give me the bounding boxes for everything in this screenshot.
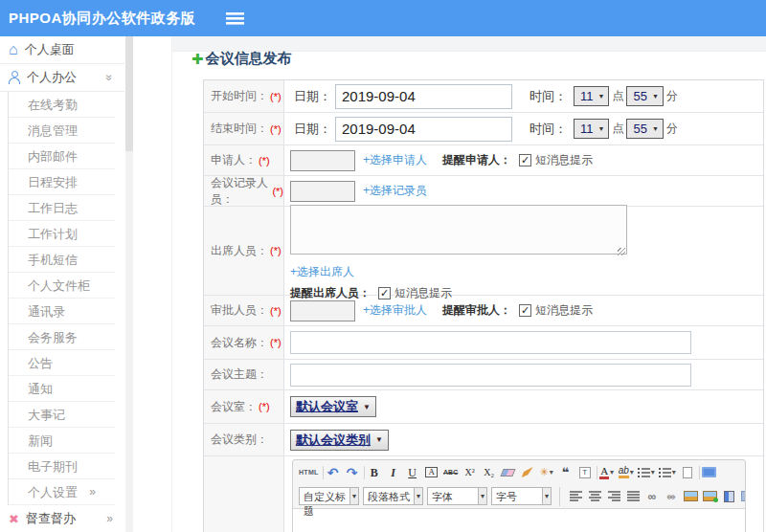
required-mark: (*)	[272, 186, 283, 197]
font-border-icon[interactable]: A	[423, 463, 440, 482]
applicant-input[interactable]	[290, 150, 355, 171]
start-date-input[interactable]	[335, 84, 512, 109]
underline-icon[interactable]: U	[404, 463, 421, 482]
italic-icon[interactable]: I	[385, 463, 402, 482]
choose-applicant-link[interactable]: +选择申请人	[363, 152, 427, 168]
sidebar-item-personal-office[interactable]: 个人办公 »	[0, 64, 124, 92]
required-mark: (*)	[270, 337, 282, 348]
custom-title-select[interactable]: 自定义标题	[299, 487, 359, 505]
sidebar-item-personal-cabinet[interactable]: 个人文件柜	[9, 273, 115, 299]
subscript-icon[interactable]: X₂	[481, 463, 498, 482]
start-minute-select[interactable]: 55	[626, 86, 663, 106]
insert-image-icon[interactable]	[701, 487, 718, 506]
meeting-room-select[interactable]: 默认会议室	[290, 396, 376, 417]
sidebar-item-mobile-sms[interactable]: 手机短信	[9, 247, 115, 273]
sidebar-item-schedule[interactable]: 日程安排	[9, 169, 115, 195]
eraser-icon[interactable]	[500, 463, 517, 482]
required-mark: (*)	[259, 155, 270, 166]
approver-sms-checkbox[interactable]	[519, 304, 531, 317]
row-approver: 审批人员： (*) +选择审批人 提醒审批人： 短消息提示	[204, 296, 763, 326]
unordered-list-icon[interactable]	[658, 463, 677, 482]
add-icon: ✚	[192, 51, 204, 68]
editor-toolbar-selects: 自定义标题 段落格式 字体	[297, 487, 553, 505]
sidebar-item-meeting-service[interactable]: 会务服务	[9, 324, 115, 350]
font-family-select[interactable]: 字体	[427, 487, 487, 505]
sidebar-submenu: 在线考勤 消息管理 内部邮件 日程安排	[8, 92, 124, 505]
approver-input[interactable]	[290, 300, 355, 321]
select-arrow-icon	[542, 488, 551, 504]
end-minute-select[interactable]: 55	[626, 119, 663, 139]
required-mark: (*)	[259, 401, 270, 412]
undo-icon[interactable]: ↶	[325, 463, 342, 482]
bold-icon[interactable]: B	[366, 463, 383, 482]
hamburger-icon[interactable]	[226, 12, 244, 25]
sidebar-item-online-attendance[interactable]: 在线考勤	[9, 92, 115, 118]
sidebar-item-supervision[interactable]: ✖ 督查督办 »	[0, 505, 124, 532]
row-editor: HTML ↶ ↷ B	[204, 456, 763, 532]
sidebar-item-announcement[interactable]: 公告	[9, 350, 115, 376]
image-icon[interactable]	[682, 487, 699, 506]
sidebar-item-personal-settings[interactable]: 个人设置 »	[9, 479, 115, 505]
select-arrow-icon	[414, 488, 422, 504]
choose-attendees-link[interactable]: +选择出席人	[290, 265, 354, 278]
meeting-category-select[interactable]: 默认会议类别	[290, 430, 389, 451]
superscript-icon[interactable]: X²	[462, 463, 479, 482]
start-hour-select[interactable]: 11	[574, 86, 609, 106]
editor-content-area[interactable]	[293, 508, 745, 532]
applicant-sms-checkbox[interactable]	[519, 154, 531, 166]
sidebar-item-contacts[interactable]: 通讯录	[9, 299, 115, 324]
select-arrow-icon	[349, 488, 358, 504]
editor-toolbar-row1: HTML ↶ ↷ B	[293, 460, 745, 484]
choose-recorder-link[interactable]: +选择记录员	[363, 183, 427, 199]
end-hour-select[interactable]: 11	[574, 119, 609, 139]
sidebar-item-memorabilia[interactable]: 大事记	[9, 402, 115, 428]
end-time-label: 结束时间：	[211, 121, 268, 137]
row-attendees: 出席人员： (*) +选择出席人 提醒出席人员： 短消息提示	[204, 207, 763, 296]
autotypeset-icon[interactable]: ✳	[538, 463, 555, 482]
sidebar-scrollbar[interactable]	[125, 36, 133, 532]
source-html-button[interactable]: HTML	[298, 463, 320, 482]
align-center-icon[interactable]	[586, 487, 603, 506]
user-icon	[9, 71, 20, 84]
sidebar-item-message-management[interactable]: 消息管理	[9, 118, 115, 144]
main-content: ✚ 会议信息发布 开始时间： (*) 日期： 时间： 11 点 55 分	[172, 36, 766, 532]
blockquote-icon[interactable]: ❝	[557, 463, 574, 482]
align-right-icon[interactable]	[605, 487, 622, 506]
date-label: 日期：	[294, 121, 331, 138]
sidebar-item-news[interactable]: 新闻	[9, 428, 115, 454]
unlink-icon[interactable]: ∞	[663, 487, 680, 506]
time-label: 时间：	[529, 121, 567, 138]
editor-toolbar-icons: ∞ ∞	[559, 487, 746, 506]
font-size-select[interactable]: 字号	[491, 487, 552, 505]
meeting-name-input[interactable]	[290, 331, 691, 354]
attendees-textarea[interactable]	[290, 205, 627, 255]
redo-icon[interactable]: ↷	[344, 463, 361, 482]
fullscreen-icon[interactable]	[701, 463, 718, 482]
paragraph-format-select[interactable]: 段落格式	[363, 487, 423, 505]
sidebar-scrollbar-thumb[interactable]	[125, 36, 133, 151]
media-icon[interactable]	[720, 487, 737, 506]
align-left-icon[interactable]	[567, 487, 584, 506]
font-color-icon[interactable]: A	[598, 463, 616, 482]
sidebar-item-internal-mail[interactable]: 内部邮件	[9, 144, 115, 169]
remind-approver-label: 提醒审批人：	[442, 302, 511, 319]
format-brush-icon[interactable]	[519, 463, 536, 482]
sidebar-item-notice[interactable]: 通知	[9, 376, 115, 402]
choose-approver-link[interactable]: +选择审批人	[363, 302, 427, 319]
paste-text-icon[interactable]: T	[576, 463, 594, 482]
sidebar-item-work-plan[interactable]: 工作计划	[9, 221, 115, 247]
new-page-icon[interactable]	[679, 463, 696, 482]
applicant-label: 申请人：	[211, 152, 257, 168]
sidebar-item-work-log[interactable]: 工作日志	[9, 195, 115, 221]
table-icon[interactable]	[739, 487, 746, 506]
sidebar-item-personal-desktop[interactable]: ⌂ 个人桌面	[0, 36, 124, 64]
ordered-list-icon[interactable]	[637, 463, 656, 482]
end-date-input[interactable]	[335, 117, 512, 142]
recorder-input[interactable]	[290, 181, 355, 202]
meeting-topic-input[interactable]	[290, 364, 691, 387]
align-justify-icon[interactable]	[624, 487, 642, 506]
sidebar-item-e-journal[interactable]: 电子期刊	[9, 454, 115, 479]
strikethrough-icon[interactable]: ABC	[442, 463, 460, 482]
link-icon[interactable]: ∞	[643, 487, 661, 506]
highlight-icon[interactable]: ab	[618, 463, 635, 482]
